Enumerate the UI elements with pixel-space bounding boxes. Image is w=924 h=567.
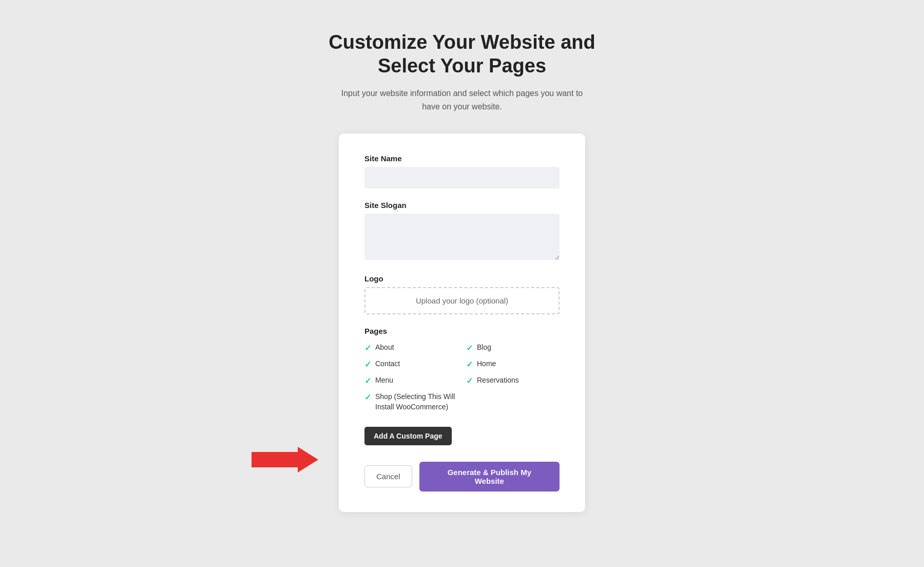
check-icon-menu: ✓ [364, 376, 371, 386]
site-slogan-field: Site Slogan [364, 201, 560, 262]
page-label-contact: Contact [375, 359, 400, 369]
page-label-about: About [375, 343, 394, 353]
page-item-contact[interactable]: ✓ Contact [364, 359, 458, 369]
check-icon-reservations: ✓ [466, 376, 473, 386]
cancel-button[interactable]: Cancel [364, 465, 412, 487]
page-label-shop: Shop (Selecting This Will Install WooCom… [375, 392, 458, 412]
page-item-menu[interactable]: ✓ Menu [364, 375, 458, 386]
logo-upload-box[interactable]: Upload your logo (optional) [364, 287, 560, 314]
check-icon-home: ✓ [466, 360, 473, 369]
arrow-annotation [252, 447, 318, 472]
page-item-reservations[interactable]: ✓ Reservations [466, 375, 560, 386]
check-icon-blog: ✓ [466, 343, 473, 353]
logo-label: Logo [364, 274, 560, 283]
page-label-blog: Blog [477, 343, 491, 353]
pages-label: Pages [364, 327, 560, 335]
arrow-icon [252, 447, 318, 472]
site-name-field: Site Name [364, 154, 560, 188]
pages-grid: ✓ About ✓ Blog ✓ Contact ✓ Home ✓ Menu [364, 343, 560, 412]
site-name-label: Site Name [364, 154, 560, 163]
pages-section: Pages ✓ About ✓ Blog ✓ Contact ✓ Home ✓ [364, 327, 560, 412]
form-actions: Cancel Generate & Publish My Website [364, 462, 560, 492]
page-label-reservations: Reservations [477, 375, 519, 386]
logo-field: Logo Upload your logo (optional) [364, 274, 560, 314]
form-card: Site Name Site Slogan Logo Upload your l… [339, 134, 585, 512]
page-subtitle: Input your website information and selec… [339, 87, 585, 113]
site-slogan-label: Site Slogan [364, 201, 560, 210]
generate-publish-button[interactable]: Generate & Publish My Website [419, 462, 560, 492]
site-name-input[interactable] [364, 167, 560, 188]
check-icon-contact: ✓ [364, 360, 371, 369]
page-header: Customize Your Website and Select Your P… [329, 31, 595, 113]
page-item-blog[interactable]: ✓ Blog [466, 343, 560, 353]
check-icon-about: ✓ [364, 343, 371, 353]
site-slogan-input[interactable] [364, 214, 560, 260]
page-label-menu: Menu [375, 375, 393, 386]
page-item-about[interactable]: ✓ About [364, 343, 458, 353]
check-icon-shop: ✓ [364, 392, 371, 402]
add-custom-page-button[interactable]: Add A Custom Page [364, 427, 452, 445]
page-title: Customize Your Website and Select Your P… [329, 31, 595, 78]
page-item-home[interactable]: ✓ Home [466, 359, 560, 369]
page-item-shop[interactable]: ✓ Shop (Selecting This Will Install WooC… [364, 392, 458, 412]
page-label-home: Home [477, 359, 496, 369]
svg-marker-0 [252, 447, 318, 472]
